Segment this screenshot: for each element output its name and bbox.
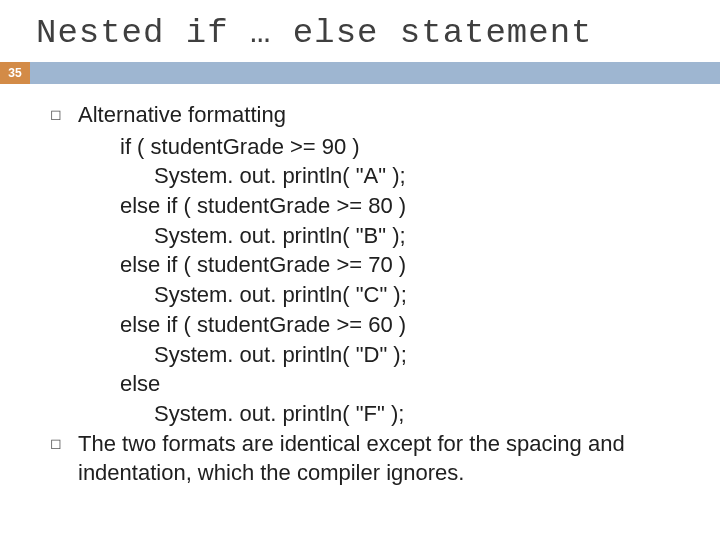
bullet-icon: ◻ — [50, 429, 78, 488]
bullet-text: The two formats are identical except for… — [78, 429, 682, 488]
code-line: else — [120, 369, 682, 399]
code-block: if ( studentGrade >= 90 ) System. out. p… — [50, 132, 682, 429]
bullet-icon: ◻ — [50, 100, 78, 130]
list-item: ◻ The two formats are identical except f… — [50, 429, 682, 488]
code-line: if ( studentGrade >= 90 ) — [120, 132, 682, 162]
code-line: System. out. println( "A" ); — [120, 161, 682, 191]
code-line: System. out. println( "F" ); — [120, 399, 682, 429]
code-line: else if ( studentGrade >= 80 ) — [120, 191, 682, 221]
slide-title: Nested if … else statement — [0, 0, 720, 62]
list-item: ◻ Alternative formatting — [50, 100, 682, 130]
code-line: System. out. println( "D" ); — [120, 340, 682, 370]
code-line: else if ( studentGrade >= 70 ) — [120, 250, 682, 280]
code-line: else if ( studentGrade >= 60 ) — [120, 310, 682, 340]
bullet-text: Alternative formatting — [78, 100, 682, 130]
code-line: System. out. println( "C" ); — [120, 280, 682, 310]
page-number-tab: 35 — [0, 62, 30, 84]
header-band-fill — [30, 62, 720, 84]
code-line: System. out. println( "B" ); — [120, 221, 682, 251]
header-band: 35 — [0, 62, 720, 84]
slide-body: ◻ Alternative formatting if ( studentGra… — [0, 84, 720, 488]
